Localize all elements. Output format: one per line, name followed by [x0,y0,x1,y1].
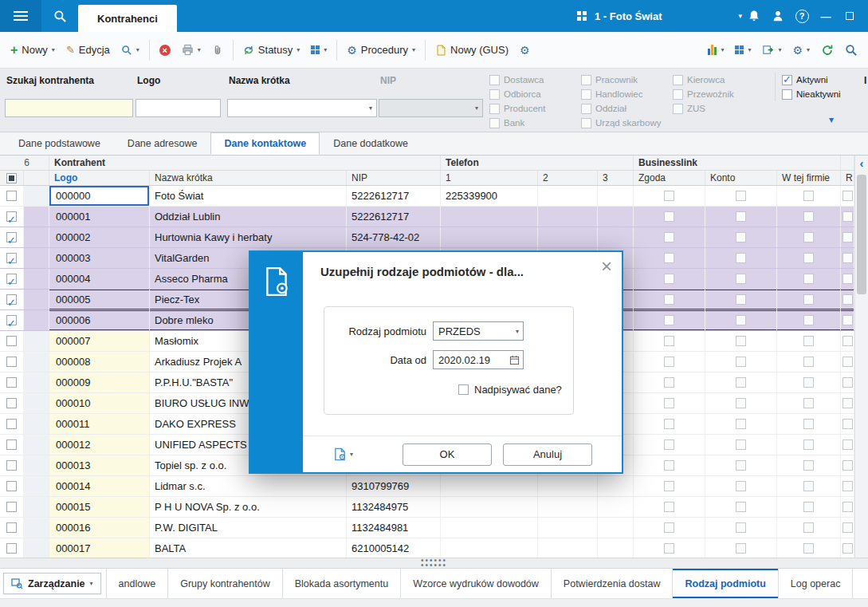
cell-konto[interactable] [705,414,777,434]
table-row[interactable]: 000015 P H U NOVA Sp. z o.o. 1132484975 [0,497,854,518]
cell-w-tej-firmie[interactable] [777,476,841,496]
cell-w-tej-firmie[interactable] [777,227,841,247]
table-row[interactable]: 000000 Foto Świat 5222612717 225339900 [0,186,854,207]
cell-r[interactable] [841,372,854,392]
bottom-tab-log-operac[interactable]: Log operac [779,569,854,598]
cell-r[interactable] [841,227,854,247]
cell-zgoda[interactable] [634,538,705,558]
cell-zgoda[interactable] [634,290,705,309]
cell-konto[interactable] [705,310,777,330]
filter-checkbox-aktywni[interactable]: Aktywni [782,73,862,87]
cell-logo[interactable]: 000011 [49,414,150,434]
layout-button[interactable]: ▾ [729,41,756,58]
bottom-tab-wzorce-wydruk-w-dowod-w[interactable]: Wzorce wydruków dowodów [401,569,552,598]
cell-konto[interactable] [705,476,777,496]
cell-nazwa-krotka[interactable]: Oddział Lublin [150,207,347,227]
row-select-cell[interactable] [0,310,24,330]
tab-dane-dodatkowe[interactable]: Dane dodatkowe [320,132,422,155]
cell-nazwa-krotka[interactable]: BALTA [150,538,347,558]
row-checkbox[interactable] [6,502,17,512]
dialog-settings-button[interactable]: ▾ [333,447,353,461]
table-row[interactable]: 000002 Hurtownia Kawy i herbaty 524-778-… [0,227,854,248]
cell-logo[interactable]: 000009 [49,372,150,392]
cell-telefon-1[interactable] [441,476,538,496]
cell-konto[interactable] [705,538,777,558]
column-header-telefon-1[interactable]: 1 [441,171,538,185]
row-checkbox[interactable] [6,294,17,305]
row-checkbox[interactable] [6,377,17,388]
checkbox[interactable] [782,89,792,100]
statuses-button[interactable]: Statusy▾ [238,40,305,60]
cell-logo[interactable]: 000000 [49,186,150,206]
cell-telefon-1[interactable] [441,538,538,558]
menu-icon[interactable] [0,0,41,32]
cell-zgoda[interactable] [634,435,705,455]
cell-r[interactable] [841,269,854,289]
data-od-input[interactable]: 2020.02.19 [433,350,524,369]
cell-logo[interactable]: 000012 [49,435,150,455]
cell-logo[interactable]: 000013 [49,455,150,475]
cell-telefon-1[interactable]: 225339900 [441,186,538,206]
search-icon[interactable] [41,10,78,23]
cell-logo[interactable]: 000004 [49,269,150,289]
cell-r[interactable] [841,352,854,372]
row-checkbox[interactable] [6,522,17,533]
close-icon[interactable]: × [601,257,612,276]
cell-zgoda[interactable] [634,310,705,330]
cell-telefon-2[interactable] [538,518,598,538]
search-kontrahent-input[interactable] [5,99,133,117]
cell-logo[interactable]: 000017 [49,538,150,558]
cell-logo[interactable]: 000003 [49,248,150,268]
cell-konto[interactable] [705,352,777,372]
table-row[interactable]: 000017 BALTA 6210005142 [0,538,854,558]
column-header-nazwa[interactable]: Nazwa krótka [150,171,347,185]
cell-w-tej-firmie[interactable] [777,393,841,413]
cell-konto[interactable] [705,248,777,268]
cell-telefon-3[interactable] [598,227,634,247]
cell-r[interactable] [841,310,854,330]
row-checkbox[interactable] [6,315,17,325]
cell-telefon-1[interactable] [441,518,538,538]
tab-dane-kontaktowe[interactable]: Dane kontaktowe [210,132,320,155]
cell-telefon-3[interactable] [598,538,634,558]
bottom-tab-potwierdzenia-dostaw[interactable]: Potwierdzenia dostaw [552,569,674,598]
cell-zgoda[interactable] [634,518,705,538]
row-select-cell[interactable] [0,393,24,413]
cell-logo[interactable]: 000014 [49,476,150,496]
nip-combo[interactable]: ▾ [379,99,483,117]
cell-w-tej-firmie[interactable] [777,207,841,227]
cell-nazwa-krotka[interactable]: Lidmar s.c. [150,476,347,496]
management-dropdown-button[interactable]: Zarządzanie ▾ [3,573,101,594]
anuluj-button[interactable]: Anuluj [503,443,592,466]
cell-zgoda[interactable] [634,497,705,517]
cell-nip[interactable]: 5222612717 [347,207,441,227]
filter-expand-chevron-icon[interactable]: ▾ [829,114,834,125]
row-checkbox[interactable] [6,439,17,450]
column-header-telefon-2[interactable]: 2 [538,171,598,185]
bottom-tab-andlowe[interactable]: andlowe [106,569,169,598]
grid-settings-button[interactable]: ⚙▾ [787,41,815,60]
cell-w-tej-firmie[interactable] [777,455,841,475]
cell-zgoda[interactable] [634,207,705,227]
cell-telefon-3[interactable] [598,476,634,496]
row-select-cell[interactable] [0,331,24,351]
table-row[interactable]: 000001 Oddział Lublin 5222612717 [0,207,854,227]
cell-konto[interactable] [705,207,777,227]
cell-konto[interactable] [705,331,777,351]
help-icon[interactable]: ? [790,10,814,23]
cell-telefon-3[interactable] [598,207,634,227]
cell-konto[interactable] [705,372,777,392]
row-select-cell[interactable] [0,497,24,517]
cell-r[interactable] [841,435,854,455]
cell-zgoda[interactable] [634,352,705,372]
cell-telefon-2[interactable] [538,207,598,227]
cell-telefon-3[interactable] [598,497,634,517]
checkbox[interactable] [782,75,792,85]
cell-nazwa-krotka[interactable]: P H U NOVA Sp. z o.o. [150,497,347,517]
cell-w-tej-firmie[interactable] [777,372,841,392]
delete-button[interactable]: × [154,41,176,60]
row-checkbox[interactable] [6,274,17,284]
cell-nip[interactable]: 5222612717 [347,186,441,206]
cell-konto[interactable] [705,227,777,247]
cell-r[interactable] [841,497,854,517]
